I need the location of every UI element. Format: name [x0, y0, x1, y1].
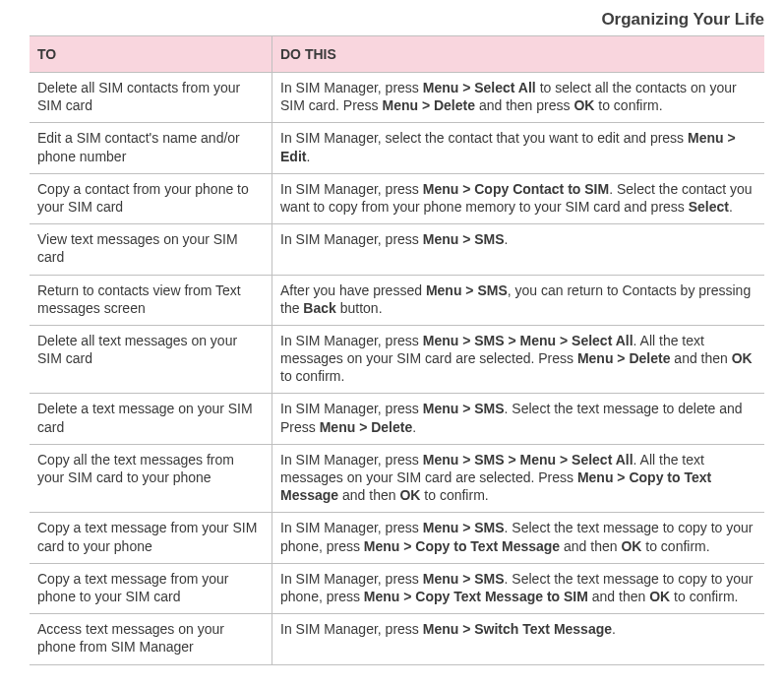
cell-to: View text messages on your SIM card — [30, 224, 272, 275]
bold-text: Select — [689, 199, 729, 215]
text: In SIM Manager, press — [280, 520, 423, 535]
text: In SIM Manager, press — [280, 333, 423, 348]
text: and then — [670, 350, 731, 366]
text: button. — [336, 300, 383, 316]
table-row: Delete all SIM contacts from your SIM ca… — [30, 73, 764, 123]
cell-do: In SIM Manager, press Menu > SMS > Menu … — [272, 444, 765, 513]
text: . — [505, 231, 509, 247]
text: to confirm. — [280, 368, 344, 384]
cell-to: Copy a text message from your phone to y… — [30, 563, 272, 613]
cell-do: In SIM Manager, select the contact that … — [272, 123, 765, 173]
bold-text: Menu > SMS > Menu > Select All — [423, 452, 633, 468]
text: . — [729, 199, 733, 215]
text: to confirm. — [594, 97, 662, 113]
text: . — [306, 149, 310, 164]
bold-text: Menu > Delete — [320, 419, 413, 435]
bold-text: OK — [621, 538, 641, 554]
text: and then — [338, 487, 399, 503]
table-row: Delete a text message on your SIM cardIn… — [30, 394, 764, 444]
bold-text: Menu > SMS — [423, 520, 505, 535]
text: In SIM Manager, press — [280, 401, 423, 416]
bold-text: OK — [399, 487, 420, 503]
text: . — [612, 621, 616, 637]
cell-do: In SIM Manager, press Menu > SMS. Select… — [272, 563, 765, 613]
instruction-table: TO DO THIS Delete all SIM contacts from … — [30, 35, 764, 665]
text: In SIM Manager, press — [280, 80, 423, 95]
cell-do: In SIM Manager, press Menu > SMS. Select… — [272, 394, 765, 444]
text: In SIM Manager, press — [280, 452, 423, 468]
table-row: Delete all text messages on your SIM car… — [30, 325, 764, 394]
text: In SIM Manager, press — [280, 621, 423, 637]
table-row: Copy a contact from your phone to your S… — [30, 173, 764, 223]
table-header-row: TO DO THIS — [30, 36, 764, 73]
cell-to: Copy a contact from your phone to your S… — [30, 173, 272, 223]
text: After you have pressed — [280, 282, 426, 298]
bold-text: Menu > Switch Text Message — [423, 621, 612, 637]
text: In SIM Manager, press — [280, 181, 423, 197]
bold-text: Menu > SMS — [423, 571, 505, 587]
cell-to: Delete all text messages on your SIM car… — [30, 325, 272, 394]
bold-text: Menu > SMS — [423, 231, 505, 247]
cell-to: Delete all SIM contacts from your SIM ca… — [30, 73, 272, 123]
table-row: Copy all the text messages from your SIM… — [30, 444, 764, 513]
text: . — [412, 419, 416, 435]
cell-to: Copy a text message from your SIM card t… — [30, 513, 272, 563]
text: and then — [560, 538, 621, 554]
cell-do: In SIM Manager, press Menu > SMS > Menu … — [272, 325, 765, 394]
table-row: Access text messages on your phone from … — [30, 614, 764, 664]
cell-to: Access text messages on your phone from … — [30, 614, 272, 664]
bold-text: OK — [732, 350, 753, 366]
table-row: Copy a text message from your phone to y… — [30, 563, 764, 613]
cell-to: Copy all the text messages from your SIM… — [30, 444, 272, 513]
bold-text: OK — [573, 97, 594, 113]
cell-do: After you have pressed Menu > SMS, you c… — [272, 275, 765, 325]
bold-text: Menu > SMS — [423, 401, 505, 416]
bold-text: Menu > Copy Contact to SIM — [423, 181, 609, 197]
table-row: Edit a SIM contact's name and/or phone n… — [30, 123, 764, 173]
bold-text: Menu > SMS > Menu > Select All — [423, 333, 633, 348]
section-title: Organizing Your Life — [30, 10, 764, 30]
cell-do: In SIM Manager, press Menu > Switch Text… — [272, 614, 765, 664]
column-header-do: DO THIS — [272, 36, 765, 73]
text: In SIM Manager, press — [280, 231, 423, 247]
table-row: Return to contacts view from Text messag… — [30, 275, 764, 325]
bold-text: Menu > Copy to Text Message — [364, 538, 560, 554]
bold-text: Menu > Select All — [423, 80, 536, 95]
cell-do: In SIM Manager, press Menu > SMS. Select… — [272, 513, 765, 563]
text: In SIM Manager, press — [280, 571, 423, 587]
bold-text: Back — [303, 300, 335, 316]
cell-to: Return to contacts view from Text messag… — [30, 275, 272, 325]
bold-text: OK — [649, 589, 670, 604]
cell-do: In SIM Manager, press Menu > SMS. — [272, 224, 765, 275]
page-content: Organizing Your Life TO DO THIS Delete a… — [0, 0, 784, 687]
cell-to: Delete a text message on your SIM card — [30, 394, 272, 444]
bold-text: Menu > Delete — [577, 350, 671, 366]
text: to confirm. — [641, 538, 709, 554]
cell-to: Edit a SIM contact's name and/or phone n… — [30, 123, 272, 173]
bold-text: Menu > Delete — [382, 97, 475, 113]
text: and then press — [475, 97, 573, 113]
text: and then — [588, 589, 649, 604]
cell-do: In SIM Manager, press Menu > Copy Contac… — [272, 173, 765, 223]
column-header-to: TO — [30, 36, 272, 73]
text: to confirm. — [420, 487, 488, 503]
bold-text: Menu > Copy Text Message to SIM — [364, 589, 588, 604]
table-row: View text messages on your SIM cardIn SI… — [30, 224, 764, 275]
text: to confirm. — [670, 589, 738, 604]
text: In SIM Manager, select the contact that … — [280, 130, 688, 146]
cell-do: In SIM Manager, press Menu > Select All … — [272, 73, 765, 123]
table-row: Copy a text message from your SIM card t… — [30, 513, 764, 563]
bold-text: Menu > SMS — [426, 282, 508, 298]
